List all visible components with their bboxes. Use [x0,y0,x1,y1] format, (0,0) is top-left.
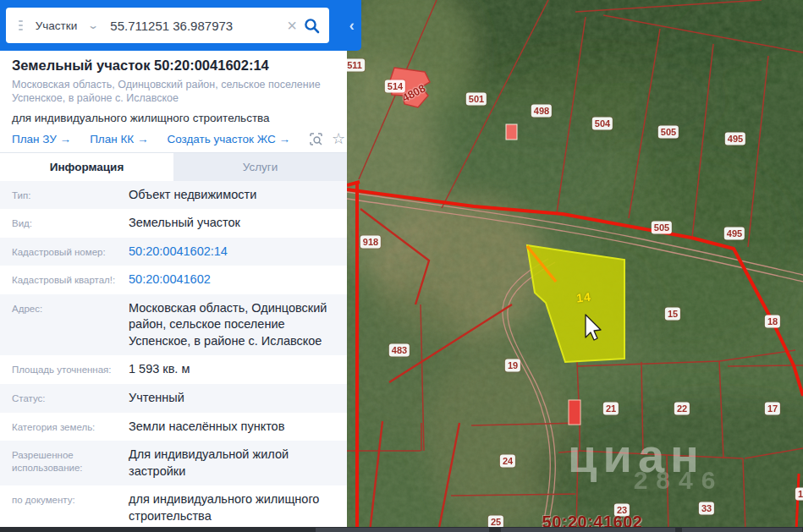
attribute-table: Тип: Объект недвижимости Вид: Земельный … [0,181,347,529]
row-value-link[interactable]: 50:20:0041602:14 [118,244,335,261]
tab-services[interactable]: Услуги [173,153,347,181]
tab-information[interactable]: Информация [0,153,173,181]
create-parcel-link[interactable]: Создать участок ЖС → [167,133,290,145]
table-row: Кадастровый квартал!: 50:20:0041602 [0,266,347,294]
search-box[interactable]: Участки ⌄ × [6,8,329,43]
parcel-label-17[interactable]: 17 [765,403,780,415]
building-footprint-small-1[interactable] [506,124,517,140]
clear-search-icon[interactable]: × [280,16,304,36]
search-input[interactable] [108,18,280,34]
selected-parcel-label[interactable]: 14 [573,290,594,304]
parcel-label-24[interactable]: 24 [500,455,515,468]
parcel-label-511[interactable]: 511 [347,59,365,72]
favorite-star-icon[interactable]: ☆ [332,132,345,145]
parcel-label-505[interactable]: 505 [658,126,679,139]
row-label: Категория земель: [12,419,118,436]
menu-hamburger-icon[interactable] [19,18,23,33]
search-category-select[interactable]: Участки [36,19,78,32]
table-row: Статус: Учтенный [0,384,347,413]
parcel-label-19[interactable]: 19 [505,359,520,372]
parcel-label-33[interactable]: 33 [699,502,714,515]
row-value: Земельный участок [118,215,335,232]
row-label: Статус: [12,390,118,407]
row-label: Разрешенное использование: [12,447,118,480]
taskbar-strip [0,527,803,532]
row-label: Адрес: [12,300,118,350]
building-footprint-small-2[interactable] [569,400,580,425]
row-label: Кадастровый квартал!: [12,271,118,288]
parcel-label-498[interactable]: 498 [531,105,552,118]
page-title: Земельный участок 50:20:0041602:14 [12,58,335,74]
table-row: Разрешенное использование: Для индивидуа… [0,441,347,485]
parcel-usage-text: для индивидуального жилищного строительс… [12,112,335,124]
parcel-label-501[interactable]: 501 [466,93,487,106]
row-value: Земли населённых пунктов [118,419,335,436]
search-icon[interactable] [304,18,320,34]
row-value: Объект недвижимости [118,187,335,204]
row-value: 1 593 кв. м [118,361,335,378]
map[interactable]: циан 2846 511514480850149850450549591850… [347,0,803,532]
row-label: по документу: [12,491,118,524]
plan-kk-link[interactable]: План КК → [90,133,148,145]
plan-zu-link[interactable]: План ЗУ → [12,133,71,145]
row-label: Площадь уточненная: [12,361,118,378]
table-row: Площадь уточненная: 1 593 кв. м [0,355,347,384]
row-label: Кадастровый номер: [12,244,118,261]
app-window: циан 2846 511514480850149850450549591850… [0,0,803,532]
table-row: Кадастровый номер: 50:20:0041602:14 [0,238,347,266]
parcel-label-504[interactable]: 504 [592,118,613,130]
parcel-label-18[interactable]: 18 [765,315,780,328]
parcel-label-1[interactable]: 1 [795,488,803,501]
parcel-label-22[interactable]: 22 [674,403,690,415]
parcel-label-505[interactable]: 505 [652,222,672,234]
table-row: Адрес: Московская область, Одинцовский р… [0,294,347,356]
parcel-label-918[interactable]: 918 [360,236,381,249]
parcel-label-495[interactable]: 495 [724,228,745,240]
row-value: Московская область, Одинцовский район, с… [118,300,335,350]
chevron-down-icon[interactable]: ⌄ [87,19,99,31]
table-row: по документу: для индивидуального жилищн… [0,485,347,528]
row-value-link[interactable]: 50:20:0041602 [118,271,335,288]
parcel-info-panel: Земельный участок 50:20:0041602:14 Моско… [0,51,347,528]
row-value: для индивидуального жилищного строительс… [118,491,335,524]
row-label: Вид: [12,215,118,232]
preview-search-icon[interactable] [309,132,323,146]
row-label: Тип: [12,187,118,204]
action-links: План ЗУ → План КК → Создать участок ЖС →… [12,132,335,146]
collapse-panel-icon[interactable]: ‹ [343,0,361,51]
row-value: Для индивидуальной жилой застройки [118,447,335,480]
table-row: Тип: Объект недвижимости [0,181,347,210]
panel-tabs: Информация Услуги [0,152,347,181]
panel-header: Земельный участок 50:20:0041602:14 Моско… [0,51,347,152]
row-value: Учтенный [118,390,335,407]
parcel-label-21[interactable]: 21 [603,403,619,415]
parcel-label-15[interactable]: 15 [665,308,680,321]
parcel-label-495[interactable]: 495 [725,133,745,145]
table-row: Категория земель: Земли населённых пункт… [0,413,347,442]
table-row: Вид: Земельный участок [0,209,347,238]
parcel-location-subtitle: Московская область, Одинцовский район, с… [12,78,335,106]
map-canvas [347,0,803,532]
parcel-label-483[interactable]: 483 [389,344,410,357]
search-band: Участки ⌄ × ‹ [0,0,361,51]
